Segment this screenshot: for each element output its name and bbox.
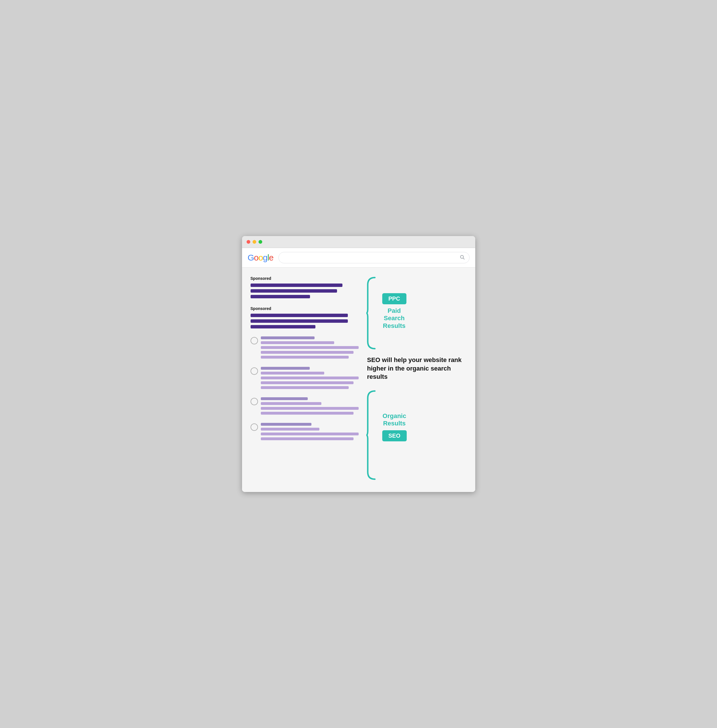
organic-labels: Organic Results SEO	[382, 389, 407, 441]
result-line-sub	[261, 341, 334, 344]
organic-result-4	[250, 423, 358, 442]
ppc-text: Paid Search Results	[382, 307, 406, 330]
svg-line-1	[463, 258, 464, 259]
result-line-body	[261, 432, 358, 435]
ad-line	[250, 289, 337, 293]
result-lines	[261, 367, 358, 391]
sponsored-label-1: Sponsored	[250, 276, 358, 281]
result-line-sub	[261, 372, 325, 374]
result-line-title	[261, 367, 310, 370]
search-bar[interactable]	[278, 252, 469, 263]
result-circle	[250, 423, 258, 431]
ppc-labels: PPC Paid Search Results	[382, 276, 406, 330]
result-line-body	[261, 382, 354, 384]
result-line-title	[261, 336, 314, 339]
sponsored-section-2: Sponsored	[250, 306, 358, 328]
ad-line	[250, 319, 348, 323]
result-line-body	[261, 386, 349, 389]
organic-result-3	[250, 397, 358, 417]
ad-line	[250, 284, 342, 287]
organic-result-2	[250, 367, 358, 391]
result-lines	[261, 336, 358, 360]
maximize-button[interactable]	[259, 240, 262, 244]
seo-badge: SEO	[382, 430, 407, 441]
ad-line	[250, 325, 316, 328]
browser-titlebar	[242, 236, 475, 248]
ad-line	[250, 314, 348, 317]
search-icon	[459, 255, 465, 261]
browser-header: Google	[242, 248, 475, 268]
result-line-body	[261, 346, 358, 349]
result-circle	[250, 398, 258, 405]
result-lines	[261, 397, 358, 417]
seo-description: SEO will help your website rank higher i…	[367, 356, 467, 381]
organic-badge-text: Organic Results	[382, 412, 407, 427]
ppc-badge: PPC	[382, 293, 406, 304]
result-line-body	[261, 412, 354, 415]
close-button[interactable]	[247, 240, 250, 244]
minimize-button[interactable]	[253, 240, 256, 244]
result-line-body	[261, 377, 358, 379]
sponsored-section-1: Sponsored	[250, 276, 358, 298]
left-panel: Sponsored Sponsored	[250, 276, 358, 481]
result-line-title	[261, 397, 308, 400]
result-line-body	[261, 407, 358, 410]
result-line-sub	[261, 402, 321, 405]
sponsored-label-2: Sponsored	[250, 306, 358, 311]
result-circle	[250, 368, 258, 375]
result-lines	[261, 423, 358, 442]
result-line-body	[261, 351, 354, 354]
google-logo: Google	[248, 253, 274, 263]
right-panel: PPC Paid Search Results SEO will help yo…	[364, 276, 467, 481]
ppc-bracket-svg	[365, 276, 379, 350]
browser-content: Sponsored Sponsored	[242, 268, 475, 492]
ad-line	[250, 295, 310, 298]
organic-result-1	[250, 336, 358, 360]
search-input[interactable]	[283, 255, 457, 260]
result-line-body	[261, 437, 354, 440]
result-circle	[250, 337, 258, 344]
organic-bracket-svg	[365, 389, 379, 481]
result-line-sub	[261, 428, 319, 430]
result-line-body	[261, 356, 349, 359]
result-line-title	[261, 423, 312, 426]
browser-window: Google Sponsored Sponso	[242, 236, 475, 492]
organic-section	[250, 336, 358, 442]
organic-bracket	[364, 389, 380, 481]
ppc-bracket	[364, 276, 380, 350]
